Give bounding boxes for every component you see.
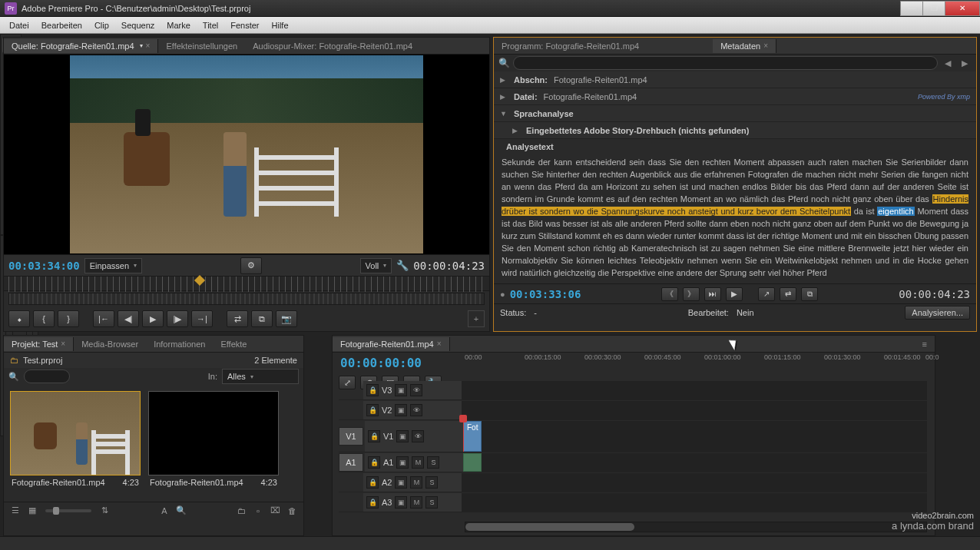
source-tc-out[interactable]: 00:00:04:23 <box>413 260 485 272</box>
eye-toggle[interactable]: 👁 <box>410 384 422 396</box>
menu-window[interactable]: Fenster <box>224 21 265 30</box>
menu-marker[interactable]: Marke <box>161 21 197 30</box>
vis-toggle[interactable]: ▣ <box>395 476 407 489</box>
timeline-menu-button[interactable]: ≡ <box>915 337 935 351</box>
play-button[interactable]: ▶ <box>142 310 164 327</box>
solo-toggle[interactable]: S <box>425 496 438 509</box>
wrench-icon[interactable]: 🔧 <box>396 260 409 271</box>
lock-toggle[interactable]: 🔒 <box>366 384 379 396</box>
lock-toggle[interactable]: 🔒 <box>368 430 380 442</box>
track-lane[interactable] <box>463 453 927 472</box>
clear-button[interactable]: ⌧ <box>268 505 282 517</box>
menu-title[interactable]: Titel <box>197 21 224 30</box>
current-word[interactable]: eigentlich <box>877 207 914 216</box>
export-frame-button[interactable]: 📷 <box>276 310 297 327</box>
source-ruler[interactable] <box>4 276 489 291</box>
list-view-button[interactable]: ☰ <box>8 505 22 517</box>
tab-source[interactable]: Quelle: Fotografie-Reiten01.mp4▾× <box>4 39 158 53</box>
mute-toggle[interactable]: M <box>412 456 424 469</box>
source-res-select[interactable]: Voll▾ <box>360 258 392 273</box>
maximize-button[interactable]: ❐ <box>922 1 945 16</box>
prev-button[interactable]: ◀ <box>941 56 955 70</box>
tab-metadata[interactable]: Metadaten× <box>713 39 776 53</box>
add-button-button[interactable]: + <box>468 310 485 327</box>
meta-row-abschn[interactable]: ▶ Abschn: Fotografie-Reiten01.mp4 <box>494 71 976 88</box>
new-item-button[interactable]: ▫ <box>251 505 265 517</box>
menu-edit[interactable]: Bearbeiten <box>35 21 88 30</box>
meta-insert-button[interactable]: ⇄ <box>780 287 796 301</box>
track-lane[interactable] <box>462 381 927 399</box>
analyze-button[interactable]: Analysieren... <box>905 306 970 320</box>
meta-play-button[interactable]: ▶ <box>726 287 743 301</box>
meta-skip-button[interactable]: ⏭ <box>704 287 721 301</box>
step-fwd-button[interactable]: |▶ <box>167 310 188 327</box>
insert-button[interactable]: ⇄ <box>227 310 248 327</box>
menu-sequence[interactable]: Sequenz <box>115 21 161 30</box>
source-monitor[interactable] <box>4 55 489 254</box>
analysis-text[interactable]: Sekunde der kann entscheidend sein dass … <box>494 154 976 283</box>
meta-row-datei[interactable]: ▶ Datei: Fotografie-Reiten01.mp4 Powered… <box>494 88 976 105</box>
eye-toggle[interactable]: 👁 <box>410 404 422 416</box>
tab-audiomixer[interactable]: Audiospur-Mixer: Fotografie-Reiten01.mp4 <box>245 39 420 53</box>
vis-toggle[interactable]: ▣ <box>395 384 407 396</box>
timeline-scrollbar[interactable] <box>465 522 927 532</box>
next-button[interactable]: ▶ <box>958 56 972 70</box>
vis-toggle[interactable]: ▣ <box>396 430 409 442</box>
meta-loop-button[interactable]: 》 <box>683 287 700 301</box>
timeline-clip[interactable]: Fot <box>463 421 482 452</box>
tab-timeline[interactable]: Fotografie-Reiten01.mp4× <box>333 337 450 351</box>
goto-out-button[interactable]: →| <box>191 310 213 327</box>
source-fit-select[interactable]: Einpassen▾ <box>84 258 142 273</box>
a1-target[interactable]: A1 <box>339 453 363 472</box>
source-scrubber[interactable] <box>8 293 485 305</box>
track-lane[interactable] <box>462 401 927 419</box>
tab-effects[interactable]: Effekteinstellungen <box>158 39 245 53</box>
v1-target[interactable]: V1 <box>339 427 363 446</box>
vis-toggle[interactable]: ▣ <box>395 404 407 416</box>
mute-toggle[interactable]: M <box>410 476 422 489</box>
meta-export-button[interactable]: ↗ <box>758 287 775 301</box>
tab-media-browser[interactable]: Media-Browser <box>74 337 146 351</box>
timeline-ruler[interactable]: 00:00 00:00:15:00 00:00:30:00 00:00:45:0… <box>465 353 927 363</box>
new-bin-button[interactable]: 🗀 <box>234 505 248 517</box>
marker-button[interactable]: ⬥ <box>8 310 30 327</box>
tab-project[interactable]: Projekt: Test× <box>4 337 74 351</box>
solo-toggle[interactable]: S <box>425 476 438 489</box>
lock-toggle[interactable]: 🔒 <box>366 476 379 489</box>
project-search-input[interactable] <box>24 369 70 383</box>
project-clip[interactable]: Fotografie-Reiten01.mp44:23 <box>148 391 279 495</box>
menu-clip[interactable]: Clip <box>88 21 115 30</box>
tab-program[interactable]: Programm: Fotografie-Reiten01.mp4 <box>494 39 647 53</box>
step-back-button[interactable]: ◀| <box>118 310 139 327</box>
tab-info[interactable]: Informationen <box>146 337 213 351</box>
lock-toggle[interactable]: 🔒 <box>366 404 379 416</box>
solo-toggle[interactable]: S <box>427 456 439 469</box>
tab-effects2[interactable]: Effekte <box>213 337 254 351</box>
project-filter-select[interactable]: Alles▾ <box>222 369 299 384</box>
meta-row-story[interactable]: ▶ Eingebettetes Adobe Story-Drehbuch (ni… <box>494 122 976 139</box>
mark-in-button[interactable]: { <box>33 310 55 327</box>
vis-toggle[interactable]: ▣ <box>395 496 407 509</box>
mute-toggle[interactable]: M <box>410 496 422 509</box>
menu-help[interactable]: Hilfe <box>266 21 295 30</box>
mark-out-button[interactable]: } <box>58 310 79 327</box>
find-button[interactable]: 🔍 <box>174 505 188 517</box>
metadata-search-input[interactable] <box>513 56 938 70</box>
close-button[interactable]: ✕ <box>945 1 980 16</box>
menu-file[interactable]: Datei <box>3 21 35 30</box>
lock-toggle[interactable]: 🔒 <box>368 456 380 469</box>
goto-in-button[interactable]: |← <box>93 310 114 327</box>
auto-button[interactable]: A <box>157 505 171 517</box>
meta-overwrite-button[interactable]: ⧉ <box>801 287 818 301</box>
sort-button[interactable]: ⇅ <box>98 505 111 517</box>
zoom-slider[interactable] <box>45 509 91 512</box>
track-lane[interactable] <box>462 473 927 492</box>
track-lane[interactable] <box>462 493 927 512</box>
timeline-tc[interactable]: 00:00:00:00 <box>340 356 422 370</box>
settings-icon[interactable]: ⚙ <box>240 257 262 274</box>
metadata-tc-left[interactable]: 00:03:33:06 <box>510 288 581 300</box>
meta-row-sprach[interactable]: ▼ Sprachanalyse <box>494 105 976 122</box>
timeline-clip[interactable] <box>463 453 482 472</box>
minimize-button[interactable]: — <box>900 1 923 16</box>
source-tc-in[interactable]: 00:03:34:00 <box>8 260 80 272</box>
